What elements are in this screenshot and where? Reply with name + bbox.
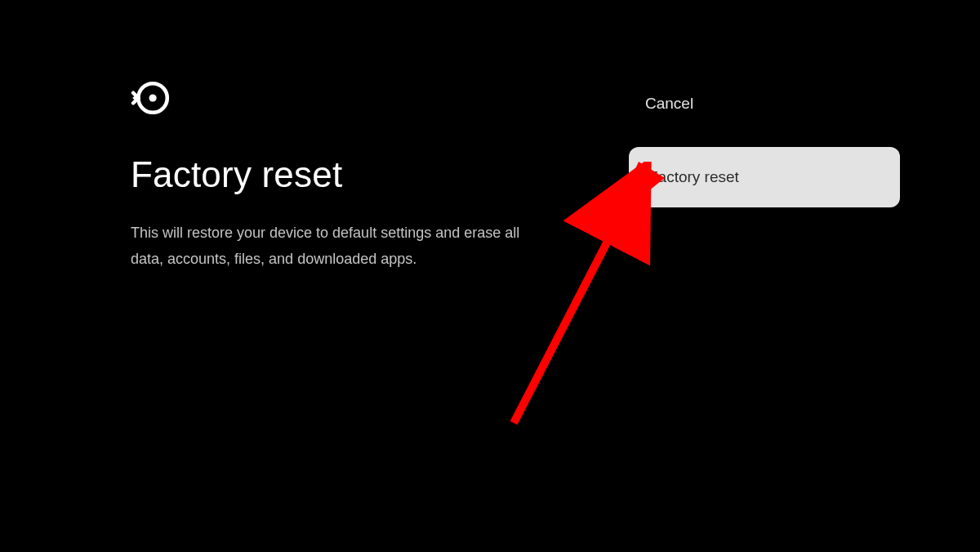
- page-title: Factory reset: [131, 154, 621, 195]
- page-description: This will restore your device to default…: [131, 220, 531, 273]
- cancel-button[interactable]: Cancel: [629, 83, 900, 124]
- svg-point-1: [149, 94, 157, 101]
- factory-reset-button[interactable]: Factory reset: [629, 147, 900, 207]
- actions-panel: Cancel Factory reset: [629, 83, 900, 207]
- content-panel: Factory reset This will restore your dev…: [131, 78, 621, 273]
- restore-icon: [131, 78, 621, 122]
